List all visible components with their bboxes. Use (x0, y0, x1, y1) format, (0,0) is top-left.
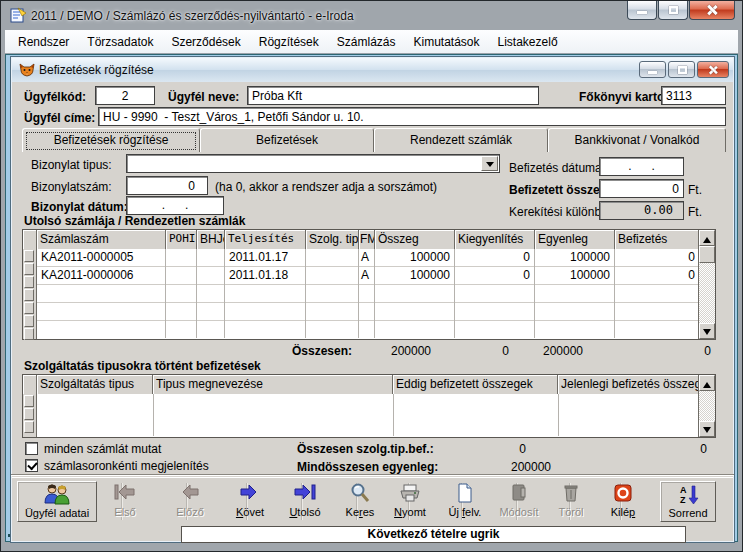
button-label: Előző (176, 506, 204, 518)
main-window: 2011 / DEMO / Számlázó és szerződés-nyil… (0, 0, 743, 552)
button-label: yomt (402, 506, 426, 518)
button-label: Kilé (611, 506, 629, 518)
scroll-down-button[interactable] (699, 421, 715, 437)
next-arrow-icon (221, 482, 279, 506)
close-button[interactable] (689, 1, 735, 20)
keres-button[interactable]: Keres (331, 481, 389, 522)
bizonylat-datum-input[interactable]: . . (126, 196, 224, 215)
sorrend-button[interactable]: A Z Sorrend (660, 481, 716, 522)
menu-rendszer[interactable]: Rendszer (9, 32, 78, 52)
cell-empty (37, 321, 166, 338)
menu-torzsadatok[interactable]: Törzsadatok (78, 32, 162, 52)
ugyfelkod-label: Ügyfélkód: (24, 90, 86, 104)
cell-empty (359, 285, 375, 303)
bizonylatszam-input[interactable] (126, 176, 208, 195)
cell-szolg-tipus (306, 249, 359, 267)
cell-empty (306, 321, 359, 338)
row-selector[interactable] (24, 263, 34, 275)
ugyfel-adatai-button[interactable]: Ügyfél adatai (17, 481, 97, 522)
ugyfel-cime-input[interactable] (98, 107, 726, 126)
szolg-tip-total-label: Összesen szolg.tip.bef.: (297, 442, 434, 456)
services-table: Szolgáltatás tipus Tipus megnevezése Edd… (22, 374, 716, 438)
dialog-minimize-button[interactable] (639, 61, 666, 78)
cell-szamlaszam: KA2011-0000005 (37, 249, 166, 267)
minimize-icon (637, 11, 647, 14)
tab-befizetesek[interactable]: Befizetések (200, 128, 374, 152)
last-arrow-icon (276, 482, 334, 506)
cell-empty (225, 303, 306, 321)
new-page-icon (436, 482, 494, 506)
tab-label: Bankkivonat / Vonalkód (575, 133, 700, 147)
tab-label: Rendezett számlák (410, 133, 512, 147)
scroll-down-button[interactable] (699, 323, 715, 339)
kilep-button[interactable]: Kilép (594, 481, 652, 522)
cell-empty (225, 321, 306, 338)
table-row[interactable]: KA2011-0000005 2011.01.17 A 100000 0 100… (37, 249, 699, 267)
users-icon (18, 483, 96, 507)
menu-listakezelo[interactable]: Listakezelő (489, 32, 567, 52)
col-eddig-befizetett: Eddig befizetett összegek (393, 375, 558, 394)
dialog-maximize-button[interactable] (668, 61, 695, 78)
tab-bankkivonat-vonalkod[interactable]: Bankkivonat / Vonalkód (548, 128, 726, 152)
minimize-icon (648, 71, 657, 74)
row-selector[interactable] (24, 328, 34, 340)
row-selector[interactable] (24, 395, 34, 407)
exit-power-icon (594, 482, 652, 506)
menu-szamlazas[interactable]: Számlázás (328, 32, 405, 52)
ugyfelkod-input[interactable] (95, 86, 155, 105)
szolg-tip-total-value2: 0 (631, 442, 707, 456)
uj-felvetel-button[interactable]: Új felv. (436, 481, 494, 522)
row-selector[interactable] (24, 421, 34, 433)
invoices-scrollbar[interactable] (698, 230, 715, 339)
row-selector[interactable] (24, 315, 34, 327)
kovet-button[interactable]: Követ (221, 481, 279, 522)
cell-empty (615, 285, 699, 303)
invoices-section-title: Utolsó számlája / Rendezetlen számlák (24, 214, 245, 228)
button-key: p (629, 506, 635, 518)
row-selector[interactable] (24, 289, 34, 301)
cell-fm: A (359, 249, 375, 267)
scroll-up-button[interactable] (699, 230, 715, 246)
dropdown-button[interactable] (481, 156, 498, 171)
befizetes-datuma-input[interactable]: . . (599, 157, 684, 176)
row-selector[interactable] (24, 250, 34, 262)
menu-rogzitesek[interactable]: Rögzítések (250, 32, 328, 52)
menubar: Rendszer Törzsadatok Szerződések Rögzíté… (5, 30, 738, 54)
cell-teljesites: 2011.01.17 (225, 249, 306, 267)
minimize-button[interactable] (627, 1, 657, 20)
bizonylat-tipus-select[interactable] (126, 154, 500, 173)
cell-pohi (166, 267, 197, 285)
scroll-thumb[interactable] (699, 246, 715, 263)
cell-empty (375, 321, 455, 338)
szamlasoronkent-checkbox[interactable] (25, 459, 38, 472)
col-jelenlegi-befizetes: Jelenlegi befizetés összege (558, 375, 699, 394)
row-selector[interactable] (24, 276, 34, 288)
fokonyvi-karton-input[interactable] (661, 86, 726, 105)
scroll-up-button[interactable] (699, 375, 715, 391)
tab-rendezett-szamlak[interactable]: Rendezett számlák (374, 128, 548, 152)
grid-line (393, 394, 394, 436)
menu-kimutatasok[interactable]: Kimutatások (404, 32, 488, 52)
table-row[interactable]: KA2011-0000006 2011.01.18 A 100000 0 100… (37, 267, 699, 285)
services-scrollbar[interactable] (698, 375, 715, 437)
row-selector[interactable] (24, 408, 34, 420)
row-selector[interactable] (24, 302, 34, 314)
edit-icon (491, 482, 547, 506)
ugyfel-neve-input[interactable] (247, 86, 539, 105)
titlebar[interactable]: 2011 / DEMO / Számlázó és szerződés-nyil… (1, 1, 742, 30)
tab-befizetesek-rogzitese[interactable]: Befizetések rögzítése (22, 128, 200, 152)
befizetes-datuma-label: Befizetés dátuma: (509, 161, 605, 175)
dialog-titlebar[interactable]: Befizetések rögzítése (12, 58, 733, 82)
nyomt-button[interactable]: Nyomt (382, 481, 438, 522)
mindosszesen-label: Mindösszesen egyenleg: (297, 460, 438, 474)
header-gutter (23, 375, 37, 394)
menu-szerzodesek[interactable]: Szerződések (162, 32, 249, 52)
sort-az-icon: A Z (661, 483, 715, 507)
dialog-close-button[interactable] (697, 61, 729, 78)
utolso-button[interactable]: Utolsó (276, 481, 334, 522)
col-fm: FM (359, 230, 375, 249)
status-text: Következő tételre ugrik (367, 527, 499, 541)
befizetett-osszeg-input[interactable] (599, 179, 684, 198)
minden-szamlat-checkbox[interactable] (25, 442, 38, 455)
maximize-button[interactable] (658, 1, 688, 20)
